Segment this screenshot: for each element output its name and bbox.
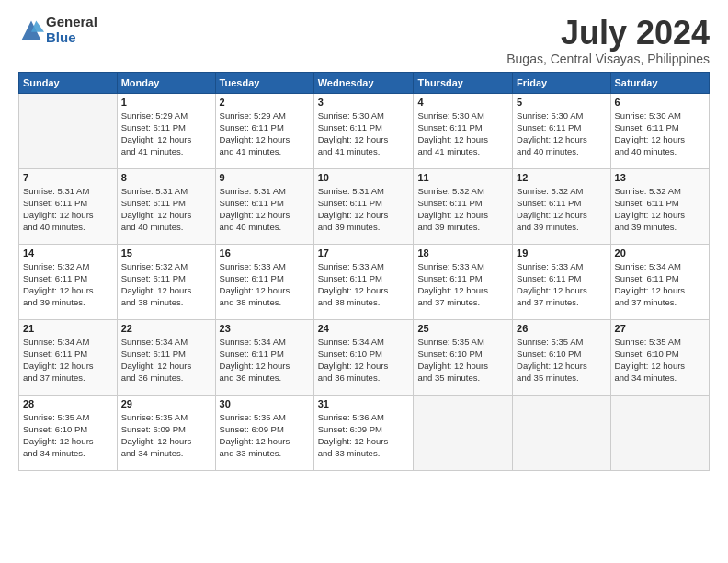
day-cell: 31Sunrise: 5:36 AM Sunset: 6:09 PM Dayli…	[313, 395, 414, 470]
day-info: Sunrise: 5:34 AM Sunset: 6:11 PM Dayligh…	[615, 260, 705, 309]
day-cell: 20Sunrise: 5:34 AM Sunset: 6:11 PM Dayli…	[610, 244, 709, 319]
day-info: Sunrise: 5:30 AM Sunset: 6:11 PM Dayligh…	[318, 109, 410, 158]
day-info: Sunrise: 5:33 AM Sunset: 6:11 PM Dayligh…	[517, 260, 606, 309]
day-info: Sunrise: 5:29 AM Sunset: 6:11 PM Dayligh…	[121, 109, 211, 158]
day-info: Sunrise: 5:36 AM Sunset: 6:09 PM Dayligh…	[318, 411, 410, 460]
day-number: 19	[517, 247, 606, 259]
day-info: Sunrise: 5:35 AM Sunset: 6:09 PM Dayligh…	[121, 411, 211, 460]
day-info: Sunrise: 5:31 AM Sunset: 6:11 PM Dayligh…	[220, 185, 310, 234]
day-number: 26	[517, 323, 606, 334]
column-header-thursday: Thursday	[414, 72, 513, 93]
day-cell: 12Sunrise: 5:32 AM Sunset: 6:11 PM Dayli…	[513, 168, 610, 244]
day-number: 30	[220, 398, 310, 409]
day-number: 3	[318, 97, 410, 108]
header-row: SundayMondayTuesdayWednesdayThursdayFrid…	[19, 72, 710, 93]
day-number: 28	[23, 398, 113, 409]
header: General Blue July 2024 Bugas, Central Vi…	[18, 15, 710, 66]
day-cell: 5Sunrise: 5:30 AM Sunset: 6:11 PM Daylig…	[513, 93, 610, 168]
day-number: 21	[23, 323, 113, 334]
day-number: 24	[318, 323, 410, 334]
column-header-tuesday: Tuesday	[215, 72, 313, 93]
day-info: Sunrise: 5:29 AM Sunset: 6:11 PM Dayligh…	[220, 109, 310, 158]
day-info: Sunrise: 5:34 AM Sunset: 6:11 PM Dayligh…	[121, 336, 211, 385]
day-cell: 3Sunrise: 5:30 AM Sunset: 6:11 PM Daylig…	[313, 93, 414, 168]
day-info: Sunrise: 5:31 AM Sunset: 6:11 PM Dayligh…	[318, 185, 410, 234]
week-row-5: 28Sunrise: 5:35 AM Sunset: 6:10 PM Dayli…	[19, 395, 710, 470]
day-info: Sunrise: 5:33 AM Sunset: 6:11 PM Dayligh…	[220, 260, 310, 309]
day-number: 4	[417, 97, 508, 108]
week-row-3: 14Sunrise: 5:32 AM Sunset: 6:11 PM Dayli…	[19, 244, 710, 319]
day-number: 31	[318, 398, 410, 409]
day-cell: 1Sunrise: 5:29 AM Sunset: 6:11 PM Daylig…	[117, 93, 215, 168]
day-cell: 29Sunrise: 5:35 AM Sunset: 6:09 PM Dayli…	[117, 395, 215, 470]
day-cell: 8Sunrise: 5:31 AM Sunset: 6:11 PM Daylig…	[117, 168, 215, 244]
day-number: 27	[615, 323, 705, 334]
day-cell	[610, 395, 709, 470]
day-number: 18	[417, 247, 508, 259]
day-cell: 19Sunrise: 5:33 AM Sunset: 6:11 PM Dayli…	[513, 244, 610, 319]
week-row-2: 7Sunrise: 5:31 AM Sunset: 6:11 PM Daylig…	[19, 168, 710, 244]
day-info: Sunrise: 5:35 AM Sunset: 6:10 PM Dayligh…	[517, 336, 606, 385]
location: Bugas, Central Visayas, Philippines	[506, 52, 710, 66]
day-info: Sunrise: 5:32 AM Sunset: 6:11 PM Dayligh…	[121, 260, 211, 309]
day-info: Sunrise: 5:30 AM Sunset: 6:11 PM Dayligh…	[615, 109, 705, 158]
day-cell	[19, 93, 118, 168]
day-number: 2	[220, 97, 310, 108]
logo-icon	[18, 17, 44, 43]
day-info: Sunrise: 5:32 AM Sunset: 6:11 PM Dayligh…	[23, 260, 113, 309]
day-number: 17	[318, 247, 410, 259]
day-info: Sunrise: 5:32 AM Sunset: 6:11 PM Dayligh…	[417, 185, 508, 234]
day-cell: 13Sunrise: 5:32 AM Sunset: 6:11 PM Dayli…	[610, 168, 709, 244]
day-number: 23	[220, 323, 310, 334]
column-header-saturday: Saturday	[610, 72, 709, 93]
logo: General Blue	[18, 15, 97, 45]
day-cell	[414, 395, 513, 470]
day-info: Sunrise: 5:30 AM Sunset: 6:11 PM Dayligh…	[417, 109, 508, 158]
day-info: Sunrise: 5:34 AM Sunset: 6:11 PM Dayligh…	[220, 336, 310, 385]
day-number: 6	[615, 97, 705, 108]
day-info: Sunrise: 5:31 AM Sunset: 6:11 PM Dayligh…	[23, 185, 113, 234]
title-block: July 2024 Bugas, Central Visayas, Philip…	[506, 15, 710, 66]
day-number: 12	[517, 172, 606, 183]
day-number: 22	[121, 323, 211, 334]
day-info: Sunrise: 5:33 AM Sunset: 6:11 PM Dayligh…	[318, 260, 410, 309]
calendar-table: SundayMondayTuesdayWednesdayThursdayFrid…	[18, 72, 710, 471]
day-info: Sunrise: 5:31 AM Sunset: 6:11 PM Dayligh…	[121, 185, 211, 234]
logo-blue: Blue	[46, 30, 97, 46]
day-number: 25	[417, 323, 508, 334]
day-info: Sunrise: 5:32 AM Sunset: 6:11 PM Dayligh…	[517, 185, 606, 234]
day-cell: 17Sunrise: 5:33 AM Sunset: 6:11 PM Dayli…	[313, 244, 414, 319]
day-info: Sunrise: 5:33 AM Sunset: 6:11 PM Dayligh…	[417, 260, 508, 309]
day-cell: 14Sunrise: 5:32 AM Sunset: 6:11 PM Dayli…	[19, 244, 118, 319]
day-cell: 23Sunrise: 5:34 AM Sunset: 6:11 PM Dayli…	[215, 319, 313, 395]
day-cell: 22Sunrise: 5:34 AM Sunset: 6:11 PM Dayli…	[117, 319, 215, 395]
day-cell: 10Sunrise: 5:31 AM Sunset: 6:11 PM Dayli…	[313, 168, 414, 244]
column-header-monday: Monday	[117, 72, 215, 93]
day-number: 10	[318, 172, 410, 183]
day-cell: 15Sunrise: 5:32 AM Sunset: 6:11 PM Dayli…	[117, 244, 215, 319]
day-cell: 28Sunrise: 5:35 AM Sunset: 6:10 PM Dayli…	[19, 395, 118, 470]
day-cell: 16Sunrise: 5:33 AM Sunset: 6:11 PM Dayli…	[215, 244, 313, 319]
day-info: Sunrise: 5:35 AM Sunset: 6:10 PM Dayligh…	[615, 336, 705, 385]
day-info: Sunrise: 5:32 AM Sunset: 6:11 PM Dayligh…	[615, 185, 705, 234]
day-cell: 4Sunrise: 5:30 AM Sunset: 6:11 PM Daylig…	[414, 93, 513, 168]
day-info: Sunrise: 5:35 AM Sunset: 6:09 PM Dayligh…	[220, 411, 310, 460]
day-cell: 26Sunrise: 5:35 AM Sunset: 6:10 PM Dayli…	[513, 319, 610, 395]
day-cell: 2Sunrise: 5:29 AM Sunset: 6:11 PM Daylig…	[215, 93, 313, 168]
day-number: 9	[220, 172, 310, 183]
day-number: 1	[121, 97, 211, 108]
day-info: Sunrise: 5:34 AM Sunset: 6:10 PM Dayligh…	[318, 336, 410, 385]
day-number: 16	[220, 247, 310, 259]
day-number: 11	[417, 172, 508, 183]
logo-general: General	[46, 15, 97, 30]
day-cell: 7Sunrise: 5:31 AM Sunset: 6:11 PM Daylig…	[19, 168, 118, 244]
day-cell: 30Sunrise: 5:35 AM Sunset: 6:09 PM Dayli…	[215, 395, 313, 470]
day-cell: 11Sunrise: 5:32 AM Sunset: 6:11 PM Dayli…	[414, 168, 513, 244]
day-number: 13	[615, 172, 705, 183]
day-number: 20	[615, 247, 705, 259]
week-row-4: 21Sunrise: 5:34 AM Sunset: 6:11 PM Dayli…	[19, 319, 710, 395]
column-header-friday: Friday	[513, 72, 610, 93]
day-cell: 18Sunrise: 5:33 AM Sunset: 6:11 PM Dayli…	[414, 244, 513, 319]
day-info: Sunrise: 5:30 AM Sunset: 6:11 PM Dayligh…	[517, 109, 606, 158]
week-row-1: 1Sunrise: 5:29 AM Sunset: 6:11 PM Daylig…	[19, 93, 710, 168]
